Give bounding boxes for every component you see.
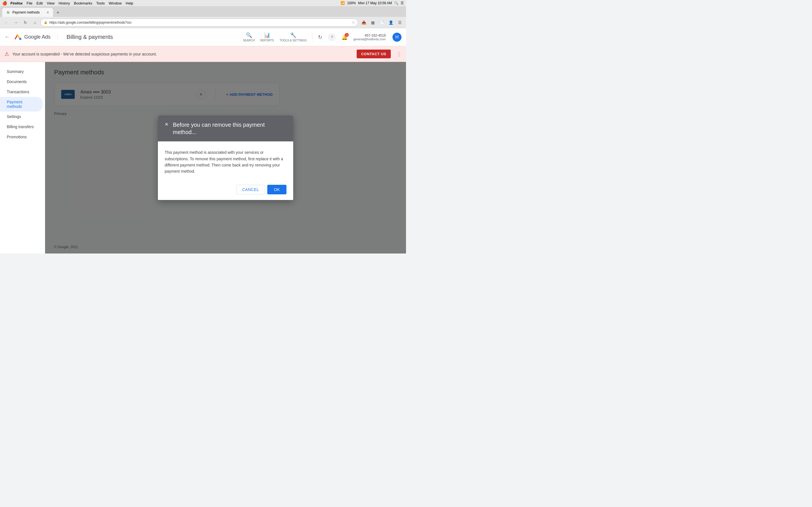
- tab-title: Payment methods: [12, 10, 40, 14]
- browser-tabs-bar: Payment methods ✕ +: [0, 6, 406, 17]
- header-divider: [312, 33, 312, 42]
- dialog-actions: CANCEL OK: [158, 180, 293, 200]
- ads-back-button[interactable]: ←: [4, 34, 10, 40]
- menu-window[interactable]: Window: [109, 1, 122, 5]
- notification-bell[interactable]: 🔔 1: [342, 34, 348, 40]
- search-icon[interactable]: 🔍: [394, 1, 398, 5]
- account-email: general@hodfords.com: [353, 38, 386, 41]
- forward-button[interactable]: →: [12, 18, 20, 26]
- sidebar-item-payment-methods[interactable]: Payment methods: [0, 97, 43, 112]
- cancel-button[interactable]: CANCEL: [236, 185, 265, 194]
- sidebar-label-summary: Summary: [7, 69, 24, 74]
- sidebar-label-transactions: Transactions: [7, 90, 29, 94]
- mac-menubar: 🍎 Firefox File Edit View History Bookmar…: [0, 0, 406, 6]
- menu-history[interactable]: History: [59, 1, 70, 5]
- sidebar-item-summary[interactable]: Summary: [0, 66, 43, 76]
- sidebar-item-settings[interactable]: Settings: [0, 112, 43, 122]
- notification-badge: 1: [345, 33, 349, 37]
- dialog-header: ✕ Before you can remove this payment met…: [158, 115, 293, 142]
- sidebar-item-documents[interactable]: Documents: [0, 76, 43, 87]
- alert-message: Your account is suspended - We've detect…: [12, 52, 353, 56]
- search-action[interactable]: 🔍 SEARCH: [243, 32, 255, 42]
- google-ads-logo-icon: [14, 33, 22, 41]
- apple-menu[interactable]: 🍎: [2, 1, 7, 5]
- tools-action[interactable]: 🔧 TOOLS & SETTINGS: [280, 32, 307, 42]
- dialog-title: Before you can remove this payment metho…: [173, 121, 287, 136]
- sidebar-item-billing-transfers[interactable]: Billing transfers: [0, 122, 43, 132]
- menu-tools[interactable]: Tools: [96, 1, 105, 5]
- sidebar-item-transactions[interactable]: Transactions: [0, 87, 43, 97]
- contact-us-button[interactable]: CONTACT US: [357, 50, 391, 58]
- new-tab-button[interactable]: +: [54, 9, 62, 17]
- dialog-body: This payment method is associated with y…: [158, 142, 293, 180]
- browser-toolbar: ← → ↻ ⌂ 🔒 https://ads.google.com/aw/bill…: [0, 17, 406, 28]
- sidebar-label-documents: Documents: [7, 79, 27, 84]
- battery-status: 100%: [347, 1, 356, 5]
- reader-view-button[interactable]: 📄: [378, 18, 386, 26]
- tools-label: TOOLS & SETTINGS: [280, 39, 307, 42]
- security-icon: 🔒: [44, 20, 48, 24]
- search-icon: 🔍: [246, 32, 252, 38]
- sidebar-label-settings: Settings: [7, 114, 21, 119]
- dialog-message: This payment method is associated with y…: [165, 149, 287, 175]
- reports-action[interactable]: 📊 REPORTS: [260, 32, 274, 42]
- dialog-close-button[interactable]: ✕: [165, 122, 168, 127]
- google-ads-logo-text: Google Ads: [24, 34, 50, 40]
- menu-file[interactable]: File: [27, 1, 33, 5]
- datetime: Mon 17 May 10:56 AM: [358, 1, 392, 5]
- alert-icon: ⚠: [4, 51, 9, 57]
- wifi-icon: 📶: [341, 1, 345, 5]
- sidebar-label-billing-transfers: Billing transfers: [7, 124, 34, 129]
- url-display: https://ads.google.com/aw/billing/paymen…: [49, 20, 350, 24]
- dialog-overlay: ✕ Before you can remove this payment met…: [45, 62, 406, 253]
- ads-header: ← Google Ads Billing & payments 🔍 SEARCH…: [0, 28, 406, 46]
- svg-point-1: [19, 38, 21, 40]
- menu-help[interactable]: Help: [126, 1, 133, 5]
- alert-more-button[interactable]: ⋮: [396, 51, 402, 57]
- header-actions: 🔍 SEARCH 📊 REPORTS 🔧 TOOLS & SETTINGS ↻ …: [243, 32, 402, 42]
- pocket-button[interactable]: 📥: [360, 18, 368, 26]
- menu-button[interactable]: ☰: [396, 18, 404, 26]
- account-info: 457-162-4519 general@hodfords.com: [353, 34, 386, 41]
- reports-label: REPORTS: [260, 39, 274, 42]
- search-label: SEARCH: [243, 39, 255, 42]
- tab-favicon: [6, 10, 10, 14]
- refresh-button[interactable]: ↻: [318, 34, 322, 40]
- reload-button[interactable]: ↻: [21, 18, 29, 26]
- page-wrapper: ← Google Ads Billing & payments 🔍 SEARCH…: [0, 28, 406, 253]
- account-button[interactable]: 👤: [387, 18, 395, 26]
- ads-logo: Google Ads: [14, 33, 50, 41]
- reports-icon: 📊: [264, 32, 270, 38]
- sidebar-item-promotions[interactable]: Promotions: [0, 132, 43, 142]
- home-button[interactable]: ⌂: [31, 18, 39, 26]
- menu-view[interactable]: View: [47, 1, 55, 5]
- content-area: Payment methods AMEX Amex •••• 3003 Expi…: [45, 62, 406, 253]
- tools-icon: 🔧: [290, 32, 296, 38]
- sidebar-label-promotions: Promotions: [7, 135, 27, 139]
- sidebar-label-payment-methods: Payment methods: [7, 100, 22, 109]
- alert-banner: ⚠ Your account is suspended - We've dete…: [0, 46, 406, 62]
- control-center-icon[interactable]: ☰: [401, 1, 404, 5]
- ok-button[interactable]: OK: [267, 185, 287, 194]
- address-bar[interactable]: 🔒 https://ads.google.com/aw/billing/paym…: [41, 18, 358, 26]
- bookmark-icon[interactable]: ☆: [352, 20, 355, 24]
- menu-firefox[interactable]: Firefox: [10, 1, 22, 5]
- active-browser-tab[interactable]: Payment methods ✕: [2, 8, 53, 17]
- help-button[interactable]: ?: [328, 33, 336, 41]
- back-button[interactable]: ←: [2, 18, 10, 26]
- menu-bookmarks[interactable]: Bookmarks: [74, 1, 92, 5]
- menu-edit[interactable]: Edit: [36, 1, 43, 5]
- sidebar: Summary Documents Transactions Payment m…: [0, 62, 45, 253]
- dialog: ✕ Before you can remove this payment met…: [158, 115, 293, 200]
- tab-close-icon[interactable]: ✕: [47, 11, 49, 14]
- main-layout: Summary Documents Transactions Payment m…: [0, 62, 406, 253]
- billing-payments-title: Billing & payments: [66, 34, 113, 40]
- sidebar-toggle-button[interactable]: ▦: [369, 18, 377, 26]
- account-id: 457-162-4519: [364, 34, 386, 38]
- user-avatar[interactable]: H: [393, 33, 402, 42]
